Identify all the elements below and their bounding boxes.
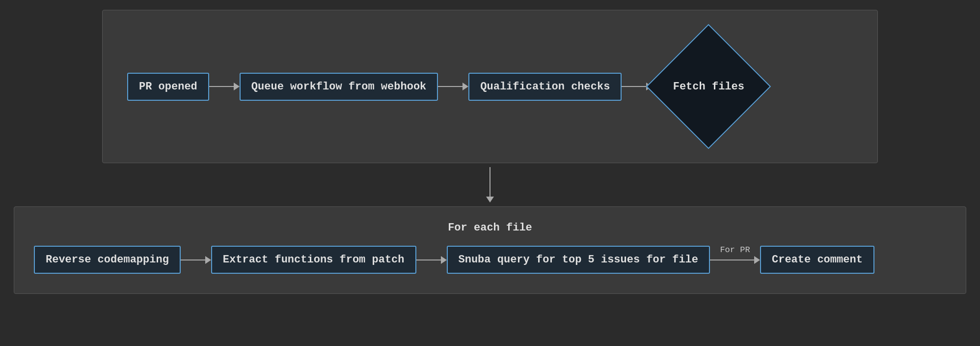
bottom-flow-section: For each file Reverse codemapping Extrac… [14,206,966,294]
for-each-file-label: For each file [34,222,946,234]
node-pr-opened: PR opened [127,73,209,101]
for-pr-arrowhead [754,256,760,264]
workflow-diagram: PR opened Queue workflow from webhook Qu… [10,10,970,294]
arrow-line-1 [209,86,234,87]
arrow-head-b2 [441,256,447,264]
node-fetch-files-wrapper: Fetch files [652,30,765,143]
node-qualification-checks: Qualification checks [468,73,622,101]
arrow-head-1 [234,83,240,90]
fetch-files-label: Fetch files [673,81,744,93]
arrow-1 [209,83,240,90]
vertical-connector [486,167,494,202]
top-flow-section: PR opened Queue workflow from webhook Qu… [102,10,878,163]
arrow-line-b1 [181,260,205,260]
arrow-line-3 [622,86,646,87]
vertical-arrow-head [486,197,494,202]
arrow-line-b2 [416,260,441,260]
node-reverse-codemapping: Reverse codemapping [34,246,181,274]
bottom-flow-nodes: Reverse codemapping Extract functions fr… [34,246,946,274]
for-pr-connector: For PR [710,256,760,264]
for-pr-label: For PR [720,245,750,255]
arrow-b2 [416,256,447,264]
node-queue-workflow: Queue workflow from webhook [240,73,438,101]
node-snuba-query: Snuba query for top 5 issues for file [447,246,710,274]
arrow-b1 [181,256,211,264]
vertical-line [490,167,490,197]
arrow-head-2 [463,83,468,90]
for-pr-line: For PR [710,260,754,260]
node-extract-functions: Extract functions from patch [211,246,416,274]
arrow-2 [438,83,468,90]
node-create-comment: Create comment [760,246,874,274]
arrow-head-b1 [205,256,211,264]
arrow-line-2 [438,86,463,87]
